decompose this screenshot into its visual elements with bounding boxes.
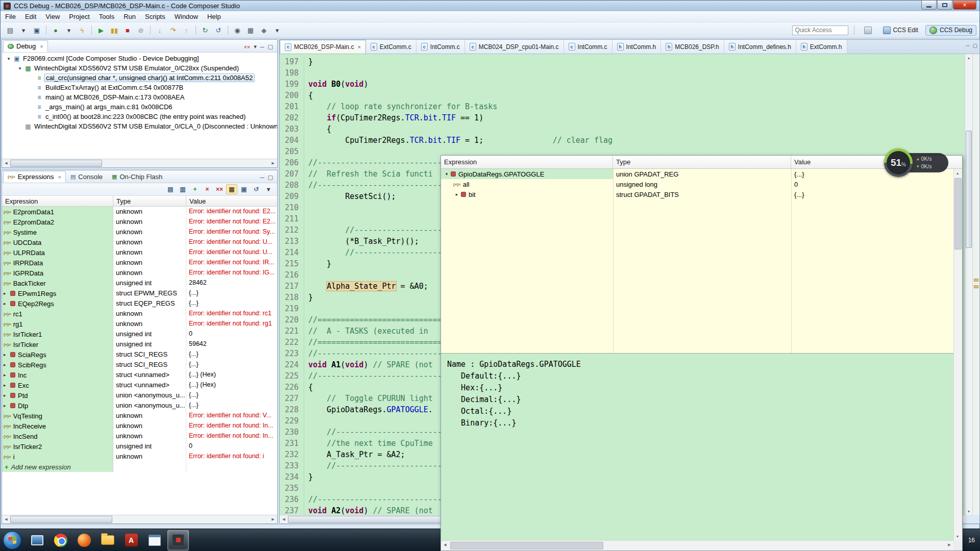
tab-on-chip-flash[interactable]: ▦On-Chip Flash (107, 171, 167, 183)
scrollbar-thumb[interactable] (450, 542, 603, 549)
expression-row[interactable]: (×)=IGPRDataunknownError: identifier not… (2, 268, 277, 278)
taskbar-item-chrome[interactable] (50, 530, 71, 550)
debug-view-menu-icon[interactable]: ▾ (254, 43, 257, 50)
refresh-expressions-button[interactable]: ↺ (251, 184, 262, 194)
scroll-left-icon[interactable]: ◀ (280, 515, 288, 523)
expression-row[interactable]: (×)=iunknownError: identifier not found:… (2, 452, 277, 462)
editor-tab-intcomm-h[interactable]: hIntComm.h (612, 40, 662, 54)
expander-icon[interactable]: ▸ (4, 403, 10, 408)
scroll-down-icon[interactable]: ▼ (954, 533, 961, 540)
scroll-right-icon[interactable]: ▶ (269, 515, 277, 523)
scroll-right-icon[interactable]: ▶ (945, 541, 953, 549)
popup-vertical-scrollbar[interactable]: ▲ ▼ (953, 169, 962, 540)
expression-row[interactable]: (×)=E2promData1unknownError: identifier … (2, 207, 277, 217)
disconnect-button[interactable]: ⊘ (135, 24, 147, 36)
expression-row[interactable]: (×)=IsrTickerunsigned int59642 (2, 339, 277, 349)
expander-icon[interactable]: ▾ (16, 66, 23, 71)
pin-button[interactable]: ◆ (258, 24, 270, 36)
maximize-editor-icon[interactable]: ▢ (973, 43, 977, 48)
maximize-view-icon[interactable]: ▢ (268, 43, 273, 50)
flash-button[interactable]: ϟ (76, 24, 88, 36)
expression-row[interactable]: ▸Incstruct <unnamed>{...} (Hex) (2, 370, 277, 380)
quick-access-input[interactable] (792, 26, 848, 35)
editor-tab-extcomm-h[interactable]: hExtComm.h (796, 40, 847, 54)
expander-icon[interactable]: ▸ (4, 393, 10, 398)
expression-row[interactable]: ▸EPwm1Regsstruct EPWM_REGS{...} (2, 288, 277, 298)
copy-expressions-button[interactable]: ▣ (238, 184, 250, 194)
step-over-button[interactable]: ↷ (167, 24, 179, 36)
scrollbar-thumb[interactable] (966, 131, 972, 248)
menu-scripts[interactable]: Scripts (140, 11, 170, 22)
resume-button[interactable]: ▶ (95, 24, 107, 36)
expression-row[interactable]: (×)=E2promData2unknownError: identifier … (2, 217, 277, 227)
minimize-view-icon[interactable]: ─ (260, 44, 264, 50)
expression-row[interactable]: (×)=IncReceiveunknownError: identifier n… (2, 421, 277, 431)
tab-debug[interactable]: Debug × (3, 40, 48, 52)
menu-help[interactable]: Help (203, 11, 226, 22)
scroll-right-icon[interactable]: ▶ (269, 159, 277, 167)
add-expression-row[interactable]: +Add new expression (2, 462, 277, 472)
debug-tree-row[interactable]: ≡cal_crc(unsigned char *, unsigned char)… (2, 73, 277, 83)
taskbar-clock[interactable]: 16 (964, 529, 980, 551)
menu-tools[interactable]: Tools (94, 11, 119, 22)
debug-tree-row[interactable]: ▦WintechDigital XDS560V2 STM USB Emulato… (2, 121, 277, 131)
expander-icon[interactable]: ▸ (4, 362, 10, 367)
restart-button[interactable]: ↻ (199, 24, 211, 36)
minimize-view-icon[interactable]: ─ (260, 174, 264, 181)
remove-all-expressions-button[interactable]: ×× (214, 184, 225, 194)
taskbar-item-firefox[interactable] (74, 530, 95, 550)
expression-row[interactable]: (×)=IsrTicker1unsigned int0 (2, 329, 277, 339)
toolbar-overflow[interactable]: ▾ (271, 24, 283, 36)
expander-icon[interactable]: ▸ (453, 192, 460, 197)
menu-edit[interactable]: Edit (20, 11, 41, 22)
scroll-up-icon[interactable]: ▲ (965, 54, 972, 61)
expression-row[interactable]: (×)=VqTestingunknownError: identifier no… (2, 411, 277, 421)
debug-tree-row[interactable]: ≡_args_main() at args_main.c:81 0x008CD6 (2, 102, 277, 112)
minimize-editor-icon[interactable]: ─ (966, 43, 969, 48)
debug-dropdown[interactable]: ▾ (63, 24, 75, 36)
menu-project[interactable]: Project (64, 11, 94, 22)
taskbar-item-adobe-reader[interactable] (120, 530, 142, 550)
expand-all-button[interactable]: ▤ (165, 184, 176, 194)
editor-tab-intcomm-defines-h[interactable]: hIntComm_defines.h (724, 40, 796, 54)
expression-row[interactable]: (×)=IsrTicker2unsigned int0 (2, 441, 277, 452)
show-details-toggle[interactable]: ▦ (226, 184, 237, 194)
tab-console[interactable]: ▤Console (66, 171, 107, 183)
expander-icon[interactable]: ▾ (5, 56, 12, 61)
title-bar[interactable]: CCS Debug - MCB026_DSP/MCB026_DSP-Main.c… (1, 1, 979, 11)
popup-expression-row[interactable]: ▸bitstruct GPADAT_BITS{...} (441, 189, 953, 199)
menu-file[interactable]: File (1, 11, 20, 22)
expander-icon[interactable]: ▸ (4, 291, 10, 296)
expression-row[interactable]: ▸Ptdunion <anonymous_u...{...} (2, 390, 277, 400)
ccs-debug-perspective-button[interactable]: CCS Debug (925, 25, 976, 36)
expression-row[interactable]: (×)=rc1unknownError: identifier not foun… (2, 309, 277, 319)
taskbar-item-ccs[interactable] (167, 530, 189, 550)
start-button[interactable] (3, 531, 21, 549)
save-button[interactable]: ▣ (31, 24, 43, 36)
remove-all-terminated-icon[interactable]: ×× (243, 44, 250, 50)
add-expression-button[interactable]: + (189, 184, 201, 194)
ccs-edit-perspective-button[interactable]: CCS Edit (879, 25, 922, 36)
speed-monitor-widget[interactable]: ▴ 0K/s ▾ 0K/s 51 % (884, 148, 966, 177)
new-dropdown[interactable]: ▾ (17, 24, 30, 36)
debug-horizontal-scrollbar[interactable]: ◀ ▶ (2, 159, 277, 167)
debug-tree-row[interactable]: ≡BuildExcTxArray() at ExtComm.c:54 0x008… (2, 83, 277, 92)
debug-tree-row[interactable]: ▾▣F28069.ccxml [Code Composer Studio - D… (2, 54, 277, 63)
scroll-down-icon[interactable]: ▼ (965, 508, 972, 515)
expression-row[interactable]: (×)=UDCDataunknownError: identifier not … (2, 237, 277, 247)
new-file-button[interactable]: ▤ (4, 24, 16, 36)
minimize-button[interactable] (921, 1, 937, 10)
column-header-value[interactable]: Value (186, 196, 277, 206)
remove-expression-button[interactable]: × (202, 184, 213, 194)
expander-icon[interactable]: ▸ (4, 301, 10, 306)
editor-tab-intcomm-c[interactable]: cIntComm.c (416, 40, 465, 54)
occurrence-marker[interactable] (974, 279, 978, 282)
expression-row[interactable]: ▸Dtpunion <anonymous_u...{...} (2, 400, 277, 411)
maximize-view-icon[interactable]: ▢ (268, 174, 273, 181)
expression-row[interactable]: ▸ScibRegsstruct SCI_REGS{...} (2, 360, 277, 370)
refresh-button[interactable]: ↺ (212, 24, 225, 36)
expression-row[interactable]: (×)=BackTickerunsigned int28462 (2, 278, 277, 288)
memory-browser-button[interactable]: ▦ (244, 24, 257, 36)
overview-ruler[interactable] (972, 54, 979, 515)
expression-row[interactable]: (×)=IncSendunknownError: identifier not … (2, 431, 277, 441)
